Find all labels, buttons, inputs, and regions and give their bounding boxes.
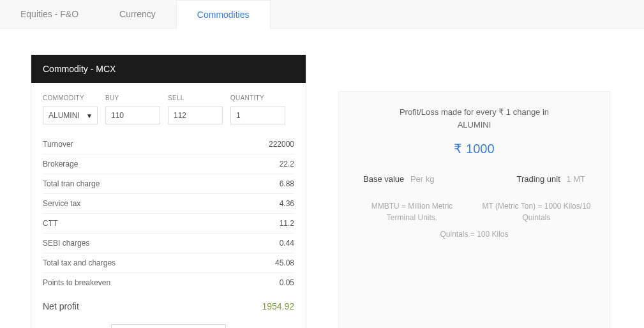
row-value: 222000 [269, 140, 294, 149]
commodity-select[interactable]: ALUMINI [43, 107, 98, 124]
net-label: Net profit [43, 301, 79, 311]
contract-note-button[interactable]: + CONTRACT NOTE [111, 324, 226, 328]
tab-bar: Equities - F&O Currency Commodities [0, 0, 644, 29]
note-quintal: Quintals = 100 Kilos [357, 230, 592, 239]
row-breakeven: Points to breakeven 0.05 [43, 273, 294, 292]
quantity-input[interactable] [230, 107, 285, 124]
row-label: Total tax and charges [43, 258, 116, 267]
pl-line2: ALUMINI [357, 119, 592, 131]
row-servicetax: Service tax 4.36 [43, 194, 294, 214]
row-value: 45.08 [275, 258, 294, 267]
net-value: 1954.92 [262, 301, 294, 311]
row-value: 11.2 [280, 219, 294, 228]
card-title: Commodity - MCX [31, 55, 306, 83]
row-label: Total tran charge [43, 179, 100, 188]
base-value: Per kg [410, 174, 435, 184]
base-value-label: Base value [363, 174, 404, 184]
row-turnover: Turnover 222000 [43, 135, 294, 154]
net-profit-row: Net profit 1954.92 [31, 292, 306, 315]
sell-input[interactable] [168, 107, 223, 124]
pl-line1: Profit/Loss made for every ₹ 1 change in [357, 106, 592, 119]
info-panel: Profit/Loss made for every ₹ 1 change in… [338, 91, 610, 328]
buy-label: BUY [105, 94, 160, 101]
trading-unit-label: Trading unit [517, 174, 560, 184]
row-value: 4.36 [280, 199, 294, 208]
tab-commodities[interactable]: Commodities [176, 0, 271, 29]
row-brokerage: Brokerage 22.2 [43, 154, 294, 174]
trading-unit-value: 1 MT [566, 174, 585, 184]
quantity-label: QUANTITY [230, 94, 285, 101]
row-tran: Total tran charge 6.88 [43, 174, 294, 194]
sell-label: SELL [168, 94, 223, 101]
note-mt: MT (Metric Ton) = 1000 Kilos/10 Quintals [481, 200, 592, 223]
row-value: 6.88 [280, 179, 294, 188]
note-mmbtu: MMBTU = Million Metric Terminal Units. [357, 200, 467, 223]
buy-input[interactable] [105, 107, 160, 124]
tab-equities[interactable]: Equities - F&O [0, 0, 99, 28]
row-label: Service tax [43, 199, 80, 208]
row-totaltax: Total tax and charges 45.08 [43, 253, 294, 273]
row-value: 22.2 [280, 160, 294, 168]
row-label: CTT [43, 219, 57, 228]
commodity-card: Commodity - MCX COMMODITY ALUMINI ▼ BUY [31, 54, 306, 328]
row-label: Points to breakeven [43, 278, 110, 287]
row-value: 0.05 [280, 278, 294, 287]
commodity-label: COMMODITY [43, 94, 98, 101]
row-sebi: SEBI charges 0.44 [43, 234, 294, 253]
row-label: Brokerage [43, 160, 78, 168]
row-label: Turnover [43, 140, 73, 149]
row-label: SEBI charges [43, 239, 89, 248]
pl-amount: ₹ 1000 [357, 141, 592, 156]
row-value: 0.44 [280, 239, 294, 248]
row-ctt: CTT 11.2 [43, 214, 294, 234]
tab-currency[interactable]: Currency [99, 0, 176, 28]
